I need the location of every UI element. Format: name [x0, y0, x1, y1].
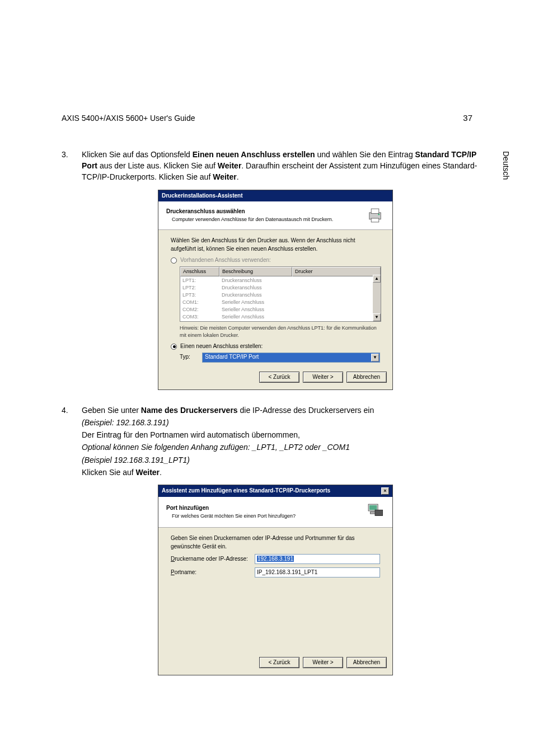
port-name-input[interactable]: IP_192.168.3.191_LPT1 [255, 567, 380, 577]
step4-line6: Klicken Sie auf Weiter. [82, 467, 489, 478]
port-row: COM2:Serieller Anschluss [180, 306, 381, 313]
port-col-drucker[interactable]: Drucker [292, 267, 381, 276]
step4-example2: (Beispiel 192.168.3.191_LPT1) [82, 454, 489, 466]
add-tcp-port-wizard-dialog: Assistent zum Hinzufügen eines Standard-… [158, 485, 393, 675]
step4-example1: (Beispiel: 192.168.3.191) [82, 417, 489, 428]
step-3: 3. Klicken Sie auf das Optionsfeld Einen… [62, 149, 489, 184]
step4-optional: Optional können Sie folgenden Anhang zuf… [82, 442, 489, 453]
dialog1-subheading: Computer verwenden Anschlüsse für den Da… [166, 216, 333, 223]
dialog2-title: Assistent zum Hinzufügen eines Standard-… [162, 487, 330, 495]
chevron-down-icon[interactable]: ▼ [371, 354, 379, 361]
step-4: 4. Geben Sie unter Name des Druckerserve… [62, 405, 489, 480]
radio-existing-label: Vorhandenen Anschluss verwenden: [180, 256, 271, 265]
type-label: Typ: [180, 353, 196, 361]
next-text: Weiter [136, 468, 160, 477]
back-button[interactable]: < Zurück [259, 657, 299, 668]
radio-icon [171, 257, 177, 264]
next-button[interactable]: Weiter > [303, 657, 343, 668]
close-icon[interactable]: × [381, 487, 389, 495]
dialog2-heading: Port hinzufügen [166, 504, 296, 513]
dialog1-titlebar: Druckerinstallations-Assistent [158, 190, 392, 202]
dialog1-intro: Wählen Sie den Anschluss für den Drucker… [171, 237, 380, 253]
page-number: 37 [463, 112, 472, 124]
port-col-anschluss[interactable]: Anschluss [180, 267, 219, 276]
doc-title: AXIS 5400+/AXIS 5600+ User's Guide [62, 112, 195, 124]
step-number: 4. [62, 405, 74, 480]
printer-install-wizard-dialog: Druckerinstallations-Assistent Druckeran… [158, 190, 393, 390]
step4-line3: Der Eintrag für den Portnamen wird autom… [82, 429, 489, 440]
printer-icon [366, 206, 385, 225]
ip-address-input[interactable]: 192.168.3.191 [255, 554, 380, 564]
port-col-beschreibung[interactable]: Beschreibung [219, 267, 292, 276]
radio-new-port[interactable]: Einen neuen Anschluss erstellen: [171, 342, 380, 351]
port-table: Anschluss Beschreibung Drucker LPT1:Druc… [180, 266, 381, 322]
radio-new-label: Einen neuen Anschluss erstellen: [180, 342, 263, 351]
radio-selected-icon [171, 344, 177, 350]
svg-point-3 [378, 214, 380, 215]
dialog1-hint: Hinweis: Die meisten Computer verwenden … [180, 325, 380, 339]
ip-address-label: Druckername oder IP-Adresse: [171, 555, 249, 564]
scroll-up-icon[interactable]: ▲ [373, 275, 381, 283]
dialog2-intro: Geben Sie einen Druckernamen oder IP-Adr… [171, 534, 380, 551]
back-button[interactable]: < Zurück [259, 372, 299, 383]
port-row: LPT1:Druckeranschluss [180, 277, 381, 284]
language-tab: Deutsch [500, 151, 512, 180]
svg-rect-7 [375, 510, 383, 515]
scroll-down-icon[interactable]: ▼ [373, 313, 381, 321]
step-number: 3. [62, 149, 74, 184]
port-type-combo[interactable]: Standard TCP/IP Port ▼ [202, 353, 380, 363]
port-name-label: Portname: [171, 569, 249, 577]
dialog2-titlebar: Assistent zum Hinzufügen eines Standard-… [158, 485, 392, 497]
port-row: LPT2:Druckeranschluss [180, 284, 381, 292]
svg-rect-2 [371, 218, 379, 222]
opt-new-port: Einen neuen Anschluss erstellen [193, 150, 315, 159]
print-server-name: Name des Druckerservers [141, 406, 238, 415]
port-table-scrollbar[interactable]: ▲ ▼ [373, 275, 381, 321]
dialog2-subheading: Für welches Gerät möchten Sie einen Port… [166, 513, 296, 520]
cancel-button[interactable]: Abbrechen [346, 372, 387, 383]
btn-next-text2: Weiter [213, 172, 237, 181]
page-header: AXIS 5400+/AXIS 5600+ User's Guide 37 [62, 112, 489, 124]
port-row: COM1:Serieller Anschluss [180, 299, 381, 306]
dialog1-heading: Druckeranschluss auswählen [166, 208, 333, 216]
radio-existing-port[interactable]: Vorhandenen Anschluss verwenden: [171, 256, 380, 265]
dialog1-title: Druckerinstallations-Assistent [162, 192, 243, 200]
step3-text: Klicken Sie auf das Optionsfeld Einen ne… [82, 149, 489, 183]
cancel-button[interactable]: Abbrechen [346, 657, 387, 668]
svg-rect-1 [371, 209, 379, 214]
next-button[interactable]: Weiter > [303, 372, 343, 383]
port-row: COM3:Serieller Anschluss [180, 313, 381, 321]
step4-line1: Geben Sie unter Name des Druckerservers … [82, 405, 489, 416]
network-device-icon [366, 501, 385, 523]
port-type-value: Standard TCP/IP Port [205, 353, 259, 361]
btn-next-text1: Weiter [218, 161, 242, 170]
svg-rect-5 [369, 505, 377, 510]
port-row: LPT3:Druckeranschluss [180, 292, 381, 299]
